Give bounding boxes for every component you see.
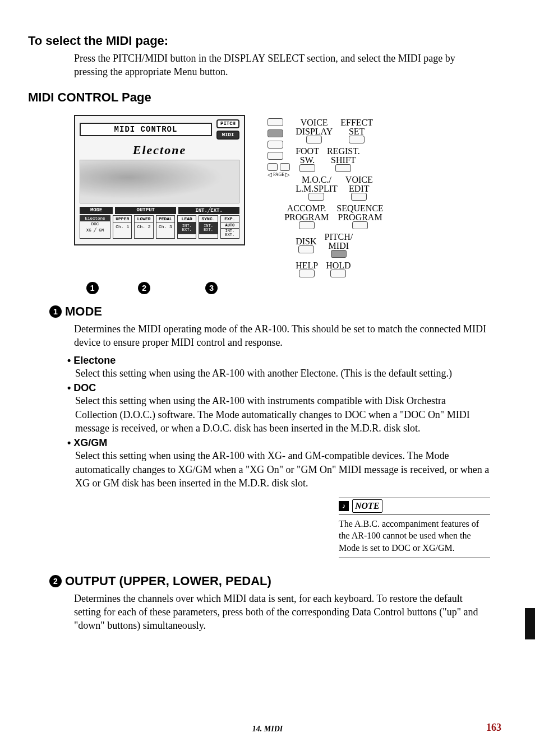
note-box: ♪ NOTE The A.B.C. accompaniment features… xyxy=(339,498,490,558)
item-xg-text: Select this setting when using the AR-10… xyxy=(75,449,490,490)
mode-heading-text: MODE xyxy=(65,304,102,319)
heading-select-midi: To select the MIDI page: xyxy=(28,34,507,48)
footer-chapter: 14. MIDI xyxy=(252,725,283,734)
output-description: Determines the channels over which MIDI … xyxy=(74,592,490,633)
lcd-illustration xyxy=(80,160,239,203)
dc-lbl-effect-set: EFFECT SET xyxy=(340,118,373,136)
panel-figure: MIDI CONTROL PITCH MIDI Electone MODE OU… xyxy=(74,115,507,277)
dc-btn-accomp[interactable] xyxy=(299,221,315,229)
page-number: 163 xyxy=(486,722,501,734)
tri-right-icon: ▷ xyxy=(285,172,290,178)
dc-side-btn-3[interactable] xyxy=(268,141,283,149)
dc-lbl-help: HELP xyxy=(296,261,318,270)
lcd-sub-lead: LEAD xyxy=(178,216,196,222)
lcd-sub-exp: EXP. xyxy=(221,216,239,222)
section-heading-output: 2 OUTPUT (UPPER, LOWER, PEDAL) xyxy=(49,574,507,588)
item-electone-label: • Electone xyxy=(67,355,490,367)
dc-lbl-hold: HOLD xyxy=(326,261,350,270)
lcd-pitch-button[interactable]: PITCH xyxy=(216,119,239,128)
tab-edge xyxy=(525,608,535,639)
lcd-sub-pedal: PEDAL xyxy=(156,216,174,222)
item-doc-label: • DOC xyxy=(67,382,490,394)
dc-lbl-seq: SEQUENCE PROGRAM xyxy=(336,204,384,222)
item-electone-text: Select this setting when using the AR-10… xyxy=(75,367,490,380)
dc-btn-voice-edit[interactable] xyxy=(351,193,367,201)
item-electone: • Electone Select this setting when usin… xyxy=(67,355,490,380)
tri-left-icon: ◁ xyxy=(268,172,272,178)
dc-lbl-voice-edit: VOICE EDIT xyxy=(345,175,373,193)
lcd-screen: MIDI CONTROL PITCH MIDI Electone MODE OU… xyxy=(74,115,245,245)
note-icon: ♪ xyxy=(339,501,349,511)
note-text: The A.B.C. accompaniment features of the… xyxy=(339,518,490,558)
dc-lbl-voice-display: VOICE DISPLAY xyxy=(296,118,333,136)
lcd-logo: Electone xyxy=(80,143,239,157)
dc-side-btn-4[interactable] xyxy=(268,152,283,160)
dc-btn-regist-shift[interactable] xyxy=(335,164,351,172)
lcd-val-ch1[interactable]: Ch. 1 xyxy=(113,222,131,231)
lcd-auto-label: AUTO xyxy=(221,222,239,229)
lcd-midi-button[interactable]: MIDI xyxy=(216,131,239,140)
dc-lbl-disk: DISK xyxy=(296,237,316,246)
item-xg: • XG/GM Select this setting when using t… xyxy=(67,437,490,490)
mode-description: Determines the MIDI operating mode of th… xyxy=(74,322,490,350)
lcd-sub-sync: SYNC. xyxy=(199,216,217,222)
callout-2: 2 xyxy=(138,282,150,294)
lcd-hdr-output: OUTPUT xyxy=(115,207,176,214)
dc-side-btn-2[interactable] xyxy=(268,129,283,137)
dc-btn-voice-display[interactable] xyxy=(306,136,322,143)
lcd-title: MIDI CONTROL xyxy=(80,123,212,136)
dc-page-left[interactable] xyxy=(268,163,278,171)
lcd-val-lead[interactable]: INT. EXT. xyxy=(178,222,196,234)
lcd-sub-upper: UPPER xyxy=(113,216,131,222)
dc-btn-disk[interactable] xyxy=(298,245,314,253)
item-xg-label: • XG/GM xyxy=(67,437,490,449)
numball-1: 1 xyxy=(49,305,62,318)
lcd-mode-xg[interactable]: XG ╱ GM xyxy=(80,227,110,233)
dc-side-btn-1[interactable] xyxy=(268,118,283,126)
item-doc: • DOC Select this setting when using the… xyxy=(67,382,490,435)
numball-2: 2 xyxy=(49,575,62,587)
lcd-val-sync[interactable]: INT. EXT. xyxy=(199,222,217,234)
dc-btn-help[interactable] xyxy=(299,270,315,277)
lcd-mode-electone[interactable]: Electone xyxy=(80,216,110,221)
dc-page-label: PAGE xyxy=(273,172,284,177)
dc-lbl-accomp: ACCOMP. PROGRAM xyxy=(284,204,329,222)
dc-panel: ◁ PAGE ▷ VOICE DISPLAY EFFECT SET FOOT S… xyxy=(268,115,384,277)
dc-btn-pitch-midi[interactable] xyxy=(331,250,347,258)
lcd-sub-lower: LOWER xyxy=(135,216,153,222)
dc-lbl-regist-shift: REGIST. SHIFT xyxy=(327,147,360,165)
dc-lbl-foot-sw: FOOT SW. xyxy=(296,147,319,165)
dc-page-right[interactable] xyxy=(280,163,290,171)
lcd-val-ch3[interactable]: Ch. 3 xyxy=(156,222,174,231)
output-heading-text: OUTPUT (UPPER, LOWER, PEDAL) xyxy=(65,574,271,588)
dc-btn-hold[interactable] xyxy=(330,270,346,277)
dc-btn-effect-set[interactable] xyxy=(349,136,365,143)
lcd-val-exp[interactable]: INT. EXT. xyxy=(221,229,239,238)
intro-paragraph: Press the PITCH/MIDI button in the DISPL… xyxy=(74,52,490,79)
item-doc-text: Select this setting when using the AR-10… xyxy=(75,394,490,435)
dc-lbl-pitch-midi: PITCH/ MIDI xyxy=(325,233,353,251)
lcd-val-ch2[interactable]: Ch. 2 xyxy=(135,222,153,231)
lcd-hdr-intext: INT.╱EXT. xyxy=(178,207,239,214)
heading-midi-control-page: MIDI CONTROL Page xyxy=(28,90,507,105)
callout-1: 1 xyxy=(86,282,99,294)
dc-lbl-moc: M.O.C./ L.M.SPLIT xyxy=(296,175,338,193)
callout-3: 3 xyxy=(205,282,218,294)
dc-btn-seq[interactable] xyxy=(352,221,368,229)
lcd-mode-doc[interactable]: DOC xyxy=(80,221,110,227)
dc-btn-moc[interactable] xyxy=(308,193,324,201)
footer: 14. MIDI xyxy=(0,725,535,734)
section-heading-mode: 1 MODE xyxy=(49,304,507,319)
dc-btn-foot-sw[interactable] xyxy=(299,164,315,172)
callout-row: 1 2 3 xyxy=(74,282,245,294)
lcd-hdr-mode: MODE xyxy=(80,207,113,214)
note-label: NOTE xyxy=(352,499,382,513)
